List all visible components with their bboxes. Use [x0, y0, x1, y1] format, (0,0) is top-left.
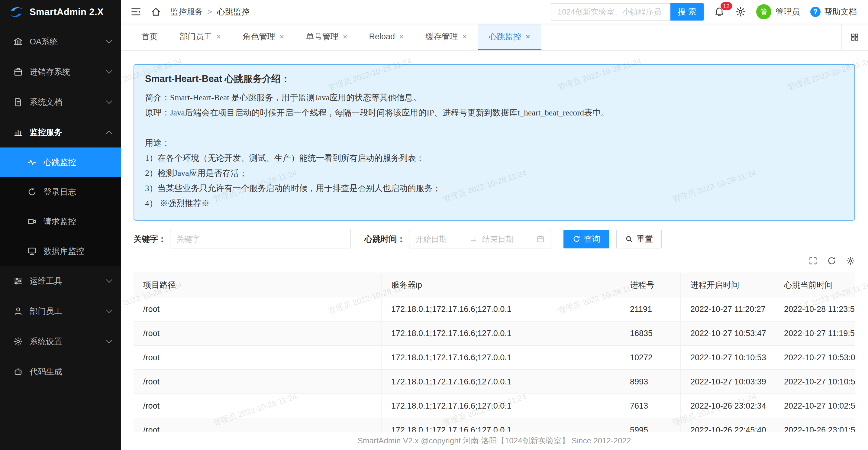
sidebar-item-code-generation[interactable]: 代码生成: [0, 357, 121, 387]
sidebar-item-inventory-system[interactable]: 进销存系统: [0, 57, 121, 87]
date-start-placeholder[interactable]: 开始日期: [415, 234, 465, 244]
sidebar-item-label: 请求监控: [43, 216, 111, 227]
table-row: /root 172.18.0.1;172.17.16.6;127.0.0.1 1…: [133, 321, 855, 346]
tab-label: 心跳监控: [489, 31, 522, 42]
sidebar-item-heartbeat-monitor[interactable]: 心跳监控: [0, 148, 121, 177]
table-cell: /root: [133, 321, 381, 346]
tab-close-icon[interactable]: ×: [279, 32, 284, 41]
heartbeat-intro-panel: Smart-Heart-Beat 心跳服务介绍： 简介：Smart-Heart-…: [133, 64, 855, 220]
sidebar-item-system-docs[interactable]: 系统文档: [0, 87, 121, 117]
sidebar-item-label: 心跳监控: [43, 157, 111, 168]
reset-button-label: 重置: [637, 234, 653, 244]
sidebar-item-request-monitor[interactable]: 请求监控: [0, 207, 121, 236]
intro-title: Smart-Heart-Beat 心跳服务介绍：: [145, 72, 843, 85]
breadcrumb-item-heartbeat-monitor[interactable]: 心跳监控: [217, 6, 250, 17]
column-settings-gear-icon[interactable]: [846, 256, 855, 265]
main-area: 监控服务 > 心跳监控 搜 索 12 管 管理员: [121, 0, 868, 450]
table-cell: 2022-10-27 10:10:53: [680, 346, 774, 370]
keyword-label: 关键字：: [133, 234, 166, 244]
intro-line: 原理：Java后端会在项目启动的时候开启一个线程，每隔一段时间将该应用的IP、进…: [145, 105, 843, 120]
tab-order-management[interactable]: 单号管理 ×: [295, 24, 358, 50]
tab-reload[interactable]: Reload ×: [358, 24, 415, 50]
topbar: 监控服务 > 心跳监控 搜 索 12 管 管理员: [121, 0, 868, 24]
sidebar-item-label: 代码生成: [30, 366, 111, 377]
settings-gear-icon[interactable]: [735, 6, 746, 17]
date-end-placeholder[interactable]: 结束日期: [482, 234, 531, 244]
table-cell: 7613: [620, 394, 680, 418]
home-icon[interactable]: [151, 6, 161, 17]
system-docs-icon: [13, 97, 23, 107]
search-button[interactable]: 搜 索: [671, 3, 704, 21]
intro-line: 1）在各个环境（无论开发、测试、生产）能统一看到所有启动的服务列表；: [145, 150, 843, 166]
table-header-row: 项目路径 服务器ip 进程号 进程开启时间 心跳当前时间: [133, 273, 855, 297]
sidebar-item-ops-tools[interactable]: 运维工具: [0, 266, 121, 296]
tab-label: 角色管理: [243, 31, 275, 42]
oa-system-icon: [13, 37, 23, 47]
tab-close-icon[interactable]: ×: [343, 32, 347, 41]
tab-role-management[interactable]: 角色管理 ×: [232, 24, 295, 50]
magnifier-icon: [625, 235, 633, 243]
query-button[interactable]: 查询: [563, 230, 609, 248]
keyword-input[interactable]: [170, 230, 351, 248]
fullscreen-icon[interactable]: [808, 256, 817, 265]
search-input[interactable]: [551, 3, 671, 21]
sidebar-item-login-log[interactable]: 登录日志: [0, 177, 121, 207]
notifications-bell[interactable]: 12: [714, 6, 725, 17]
heartbeat-icon: [27, 157, 37, 167]
tab-home[interactable]: 首页: [130, 24, 168, 50]
footer-text: SmartAdmin V2.x @copyright 河南·洛阳【1024创新实…: [358, 436, 631, 446]
reset-button[interactable]: 重置: [616, 230, 662, 248]
grid-icon: [850, 33, 859, 42]
tab-close-icon[interactable]: ×: [526, 32, 530, 41]
table-cell: 172.18.0.1;172.17.16.6;127.0.0.1: [381, 370, 620, 394]
tab-operations-button[interactable]: [841, 24, 868, 50]
database-monitor-icon: [27, 246, 37, 256]
heartbeat-time-label: 心跳时间：: [364, 234, 405, 244]
intro-line: 简介：Smart-Heart-Beat 是心跳服务，用于监测Java应用的状态等…: [145, 90, 843, 105]
sidebar-item-label: 数据库监控: [43, 246, 111, 257]
table-row: /root 172.18.0.1;172.17.16.6;127.0.0.1 8…: [133, 370, 855, 394]
inventory-system-icon: [13, 67, 23, 77]
breadcrumb-item-monitor-service[interactable]: 监控服务: [170, 6, 203, 17]
topbar-left: 监控服务 > 心跳监控: [130, 6, 250, 17]
query-button-label: 查询: [584, 234, 600, 244]
chevron-up-icon: [106, 130, 112, 137]
tab-close-icon[interactable]: ×: [462, 32, 467, 41]
refresh-icon[interactable]: [827, 256, 836, 265]
intro-line: 3）当某些业务只允许有一个服务启动的时候，用于排查是否别人也启动的服务；: [145, 181, 843, 196]
sidebar-item-department-staff[interactable]: 部门员工: [0, 296, 121, 326]
intro-line-spacer: [145, 120, 843, 136]
system-settings-icon: [13, 337, 23, 346]
tab-heartbeat-monitor[interactable]: 心跳监控 ×: [478, 24, 541, 50]
tab-label: 单号管理: [306, 31, 338, 42]
tab-close-icon[interactable]: ×: [399, 32, 404, 41]
calendar-icon: [536, 235, 545, 243]
sidebar-menu: OA系统 进销存系统 系统文档 监控服务 心跳监控: [0, 24, 121, 387]
sidebar-item-monitor-service[interactable]: 监控服务: [0, 117, 121, 148]
app-logo[interactable]: SmartAdmin 2.X: [0, 0, 121, 24]
sidebar-item-system-settings[interactable]: 系统设置: [0, 326, 121, 357]
date-range-picker[interactable]: 开始日期 → 结束日期: [409, 230, 551, 248]
menu-fold-icon[interactable]: [130, 6, 142, 17]
help-label: 帮助文档: [824, 6, 857, 17]
app-logo-icon: [8, 4, 24, 20]
tab-department-staff[interactable]: 部门员工 ×: [168, 24, 232, 50]
ops-tools-icon: [13, 276, 23, 286]
tab-close-icon[interactable]: ×: [216, 32, 221, 41]
col-header-process-start-time: 进程开启时间: [680, 273, 774, 297]
table-cell: 172.18.0.1;172.17.16.6;127.0.0.1: [381, 297, 620, 321]
sidebar-item-label: 部门员工: [30, 306, 107, 317]
sidebar-item-database-monitor[interactable]: 数据库监控: [0, 236, 121, 266]
tab-label: 部门员工: [180, 31, 212, 42]
topbar-right: 搜 索 12 管 管理员 ? 帮助文档: [551, 3, 857, 21]
table-cell: 172.18.0.1;172.17.16.6;127.0.0.1: [381, 346, 620, 370]
tab-cache-management[interactable]: 缓存管理 ×: [414, 24, 478, 50]
sidebar-item-oa-system[interactable]: OA系统: [0, 27, 121, 57]
user-menu[interactable]: 管 管理员: [756, 4, 800, 19]
table-cell: 16835: [620, 321, 680, 346]
tab-bar: 首页 部门员工 × 角色管理 × 单号管理 × Reload × 缓存管理 ×: [121, 24, 868, 51]
chevron-down-icon: [106, 307, 112, 313]
breadcrumb-separator: >: [208, 7, 212, 16]
help-docs-link[interactable]: ? 帮助文档: [810, 6, 857, 17]
global-search: 搜 索: [551, 3, 704, 21]
